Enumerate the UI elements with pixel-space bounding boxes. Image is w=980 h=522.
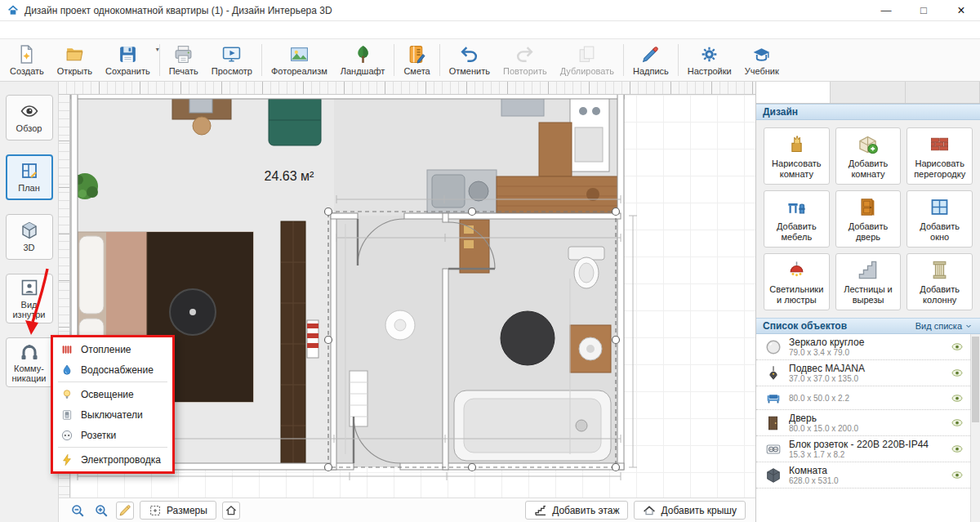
water-icon [60,364,74,377]
open-folder-icon [65,44,85,65]
toolbar-button[interactable]: Просмотр [205,40,259,80]
ruler-label [555,82,596,94]
pendant-icon [764,364,782,382]
visible-eye-icon[interactable] [949,367,965,379]
home-icon[interactable] [222,502,240,520]
object-list-item[interactable]: 80.0 x 50.0 x 2.2 [756,386,970,410]
menu-option[interactable]: Розетки [53,425,172,445]
minimize-button[interactable]: — [867,0,905,20]
ruler-label [59,246,87,257]
design-tools-grid: Нарисовать комнату Добавить комнату Нари… [756,120,980,318]
toolbar-button[interactable]: Повторить [497,40,554,80]
zoom-in-icon[interactable] [92,502,110,520]
save-icon [118,44,138,65]
object-list-item[interactable]: Подвес MAJANA 37.0 x 37.0 x 135.0 [756,360,970,386]
toolbar-button[interactable]: Создать [3,40,51,80]
add-floor-button[interactable]: Добавить этаж [525,501,628,520]
sidebar-button[interactable]: Вид изнутри [6,274,53,323]
measure-icon[interactable] [116,502,134,520]
close-button[interactable]: × [942,0,980,20]
visible-eye-icon[interactable] [949,469,965,481]
toolbar-button[interactable]: Печать [163,40,205,80]
ruler-label [270,82,310,94]
ruler-label [637,82,678,94]
tutorial-icon [751,44,772,65]
preview-icon [221,44,242,65]
sizes-button[interactable]: Размеры [140,501,216,520]
object-list-item[interactable]: Блок розеток - 220В 220В-IP44 15.3 x 1.7… [756,436,970,462]
add-roof-button[interactable]: Добавить крышу [634,501,746,520]
window-icon [929,196,951,218]
menu-option[interactable]: Освещение [53,384,172,404]
design-tool-button[interactable]: Светильники и люстры [764,253,830,310]
ruler-label [106,82,147,94]
visible-eye-icon[interactable] [949,417,965,429]
zoom-out-icon[interactable] [69,502,87,520]
object-list-item[interactable]: Дверь 80.0 x 15.0 x 200.0 [756,410,970,436]
room-area-label: 24.63 м² [265,169,314,184]
menu-option[interactable]: Электропроводка [53,449,172,470]
menu-option[interactable]: Отопление [53,339,172,359]
toolbar-button[interactable]: Ландшафт [334,40,392,80]
sidebar-button[interactable]: План [6,154,53,200]
lights-icon [786,259,808,281]
estimate-icon [407,44,427,65]
inside-view-icon [20,278,39,297]
toolbar-button[interactable]: Фотореализм [265,40,334,80]
sizes-icon [149,504,162,517]
menu-option[interactable]: Водоснабжение [53,359,172,380]
view-mode-dropdown[interactable]: Вид списка [915,321,973,331]
socket-block-icon [764,440,782,458]
wiring-icon [60,453,74,466]
object-list-item[interactable]: Зеркало круглое 79.0 x 3.4 x 79.0 [756,334,970,360]
toolbar-button[interactable]: Открыть [51,40,99,80]
toolbar-button[interactable]: Дублировать [554,40,621,80]
design-tool-button[interactable]: Добавить дверь [835,190,902,248]
stairs-icon [857,259,879,281]
visible-eye-icon[interactable] [949,392,965,404]
design-tool-button[interactable]: Нарисовать комнату [764,127,830,185]
sidebar-button[interactable]: 3D [6,214,53,260]
right-panel: Дизайн Нарисовать комнату Добавить комна… [755,82,980,522]
toolbar-button[interactable]: Надпись [626,40,675,80]
landscape-icon [353,44,373,65]
separator [58,447,167,448]
sidebar-button[interactable]: Обзор [6,95,53,141]
scrollbar[interactable] [970,334,980,522]
panel-tab[interactable] [906,82,980,103]
toolbar-button[interactable]: Смета [397,40,436,80]
ruler-label [59,156,87,167]
door-icon [857,196,879,218]
visible-eye-icon[interactable] [949,341,965,353]
visible-eye-icon[interactable] [949,443,965,455]
annotation-icon [640,44,661,65]
main-content: Обзор План 3D Вид изнутри Комму- никации [0,82,980,522]
design-tool-button[interactable]: Добавить колонну [906,253,973,310]
design-section-header: Дизайн [756,104,980,120]
menu-option[interactable]: Выключатели [53,404,172,425]
panel-tab[interactable] [831,82,905,103]
maximize-button[interactable]: □ [905,0,942,20]
dropdown-arrow-icon[interactable]: ▾ [156,46,159,53]
panel-tab[interactable] [756,82,831,103]
sidebar-button[interactable]: Комму- никации [6,337,53,387]
design-tool-button[interactable]: Добавить мебель [764,190,830,248]
ruler-label [596,82,637,94]
design-tool-button[interactable]: Добавить окно [906,190,973,248]
design-tool-button[interactable]: Лестницы и вырезы [835,253,902,310]
object-list-item[interactable]: Комната 628.0 x 531.0 [756,462,970,489]
ruler-label [147,82,188,94]
ruler-label [678,82,719,94]
toolbar-button[interactable]: Учебник [738,40,786,80]
photorealism-icon [289,44,310,65]
toolbar-button[interactable]: Настройки [681,40,738,80]
plan-icon [20,161,39,181]
window-title: Дизайн проект однокомнатной квартиры (1)… [24,5,332,16]
ruler-label [719,82,755,94]
scrollbar-thumb[interactable] [972,337,979,422]
toolbar-button[interactable]: Сохранить ▾ [99,40,157,80]
communications-menu: Отопление Водоснабжение Освещение Выключ… [51,335,175,474]
toolbar-button[interactable]: Отменить [443,40,497,80]
design-tool-button[interactable]: Добавить комнату [835,127,902,185]
design-tool-button[interactable]: Нарисовать перегородку [906,127,973,185]
